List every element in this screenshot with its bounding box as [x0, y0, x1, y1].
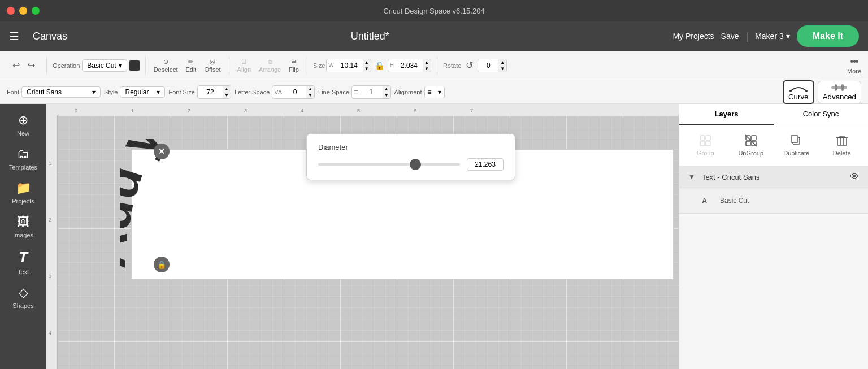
width-up[interactable]: ▲ [363, 59, 371, 66]
text-icon: T [19, 249, 28, 266]
advanced-label: Advanced [823, 93, 856, 101]
hamburger-menu[interactable]: ☰ [9, 29, 19, 43]
sidebar-item-shapes[interactable]: ◇ Shapes [3, 281, 44, 314]
layer-item-text[interactable]: ▼ Text - Cricut Sans 👁 [679, 166, 868, 188]
alignment-group: Alignment ≡ ▾ [394, 86, 445, 98]
line-space-input[interactable] [360, 87, 383, 97]
undo-button[interactable]: ↩ [9, 58, 23, 73]
close-handle[interactable]: ✕ [154, 144, 170, 159]
sidebar-item-label-projects: Projects [12, 198, 34, 205]
delete-button[interactable]: Delete [821, 131, 864, 160]
doc-title[interactable]: Untitled* [351, 31, 389, 42]
font-size-input-group: ▲ ▼ [197, 85, 231, 99]
style-label: Style [104, 89, 118, 95]
right-panel: Layers Color Sync Group UnGroup Duplic [679, 104, 868, 369]
font-size-up[interactable]: ▲ [223, 86, 231, 92]
close-window-btn[interactable] [7, 7, 15, 15]
width-label: W [327, 62, 335, 68]
svg-point-1 [805, 90, 808, 92]
fullscreen-window-btn[interactable] [32, 7, 40, 15]
rotate-down[interactable]: ▼ [498, 66, 506, 72]
more-button[interactable]: ••• More [847, 57, 861, 75]
height-input[interactable] [396, 60, 423, 71]
line-space-input-group: ≡ ▲ ▼ [351, 85, 391, 99]
redo-button[interactable]: ↪ [24, 58, 38, 73]
curve-button[interactable]: Curve [783, 80, 814, 104]
sidebar-item-projects[interactable]: 📁 Projects [3, 176, 44, 209]
font-select[interactable]: Cricut Sans ▾ [21, 86, 101, 98]
group-button[interactable]: Group [684, 131, 727, 160]
canvas-area: 0 1 2 3 4 5 6 7 1 2 3 4 10.14" [46, 104, 679, 369]
layer-expand-icon[interactable]: ▼ [688, 173, 695, 181]
align-button[interactable]: ⊞ Align [235, 57, 253, 74]
offset-button[interactable]: ◎ Offset [202, 57, 223, 74]
lock-size-icon[interactable]: 🔒 [372, 61, 387, 70]
width-input[interactable] [336, 60, 363, 71]
line-space-group: Line Space ≡ ▲ ▼ [318, 85, 391, 99]
save-button[interactable]: Save [721, 32, 739, 41]
group-label: Group [697, 150, 714, 157]
operation-value: Basic Cut [87, 62, 116, 70]
sidebar-item-templates[interactable]: 🗂 Templates [3, 142, 44, 175]
svg-rect-4 [841, 84, 844, 91]
font-size-down[interactable]: ▼ [223, 92, 231, 98]
rotate-up[interactable]: ▲ [498, 59, 506, 66]
width-down[interactable]: ▼ [363, 66, 371, 72]
ruler-h-0: 0 [75, 108, 77, 114]
color-swatch[interactable] [129, 60, 140, 71]
svg-rect-9 [706, 141, 710, 146]
line-space-up[interactable]: ▲ [383, 86, 390, 92]
sidebar-item-label-new: New [17, 130, 29, 137]
tab-color-sync[interactable]: Color Sync [774, 104, 868, 125]
rotate-input[interactable] [478, 60, 498, 71]
minimize-window-btn[interactable] [19, 7, 27, 15]
svg-point-0 [789, 90, 792, 92]
ruler-h-3: 3 [244, 108, 247, 114]
right-panel-tabs: Layers Color Sync [679, 104, 868, 125]
letter-space-label: Letter Space [235, 89, 270, 95]
deselect-label: Deselect [154, 66, 178, 73]
sidebar-item-new[interactable]: ⊕ New [3, 108, 44, 141]
tab-layers[interactable]: Layers [679, 104, 774, 125]
nav-right: My Projects Save | Maker 3 ▾ Make It [672, 25, 859, 47]
svg-rect-17 [837, 138, 847, 145]
arrange-button[interactable]: ⧉ Arrange [257, 57, 283, 74]
font-size-input[interactable] [198, 87, 223, 97]
height-down[interactable]: ▼ [423, 66, 431, 72]
style-select[interactable]: Regular ▾ [120, 86, 165, 98]
alignment-buttons: ≡ ▾ [424, 86, 445, 98]
ruler-corner [46, 104, 58, 115]
flip-button[interactable]: ⇔ Flip [287, 57, 301, 74]
my-projects-button[interactable]: My Projects [672, 32, 714, 41]
new-icon: ⊕ [18, 113, 28, 128]
duplicate-button[interactable]: Duplicate [775, 131, 818, 160]
ungroup-button[interactable]: UnGroup [730, 131, 773, 160]
layer-sub-item-basic-cut[interactable]: A Basic Cut [679, 188, 868, 214]
letter-space-up[interactable]: ▲ [306, 86, 314, 92]
align-left-button[interactable]: ≡ [425, 86, 435, 98]
advanced-icon [830, 83, 848, 92]
diameter-value-input[interactable] [467, 158, 504, 171]
lock-handle[interactable]: 🔒 [154, 257, 170, 272]
sidebar-item-text[interactable]: T Text [3, 244, 44, 280]
canvas-grid[interactable]: 10.14" Add your text here ✕ 🔒 [58, 115, 679, 369]
operation-select[interactable]: Basic Cut ▾ [82, 59, 127, 72]
font-label: Font [7, 89, 19, 95]
letter-space-input[interactable] [284, 87, 306, 97]
align-dropdown-button[interactable]: ▾ [435, 86, 444, 98]
deselect-button[interactable]: ⊕ Deselect [151, 57, 180, 74]
machine-selector[interactable]: Maker 3 ▾ [755, 32, 790, 41]
letter-space-down[interactable]: ▼ [306, 92, 314, 98]
delete-icon [836, 134, 848, 148]
sidebar-item-images[interactable]: 🖼 Images [3, 210, 44, 243]
height-up[interactable]: ▲ [423, 59, 431, 66]
diameter-slider[interactable] [318, 163, 460, 166]
edit-button[interactable]: ✏ Edit [183, 57, 198, 74]
advanced-button[interactable]: Advanced [818, 81, 861, 103]
make-it-button[interactable]: Make It [797, 25, 859, 47]
rotate-cw-icon[interactable]: ↺ [462, 58, 476, 73]
layer-visibility-icon[interactable]: 👁 [850, 172, 859, 182]
line-space-down[interactable]: ▼ [383, 92, 390, 98]
offset-label: Offset [204, 66, 220, 73]
height-label: H [388, 62, 396, 68]
